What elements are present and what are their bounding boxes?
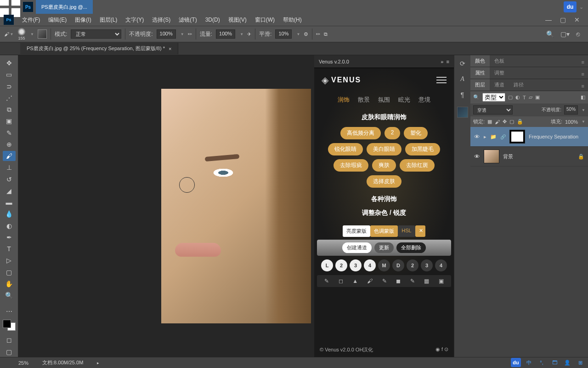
visibility-icon[interactable]: 👁 <box>474 153 480 160</box>
zoom-tool[interactable]: 🔍 <box>3 290 16 300</box>
venus-tab-retouch[interactable]: 润饰 <box>338 96 350 104</box>
smooth-value[interactable]: 10% <box>275 29 292 39</box>
panel-menu-icon[interactable]: ≡ <box>447 59 449 64</box>
tab-paths[interactable]: 路径 <box>509 79 528 91</box>
symmetry-icon[interactable]: ⧉ <box>324 31 328 37</box>
type-tool[interactable]: T <box>3 244 16 254</box>
blur-tool[interactable]: 💧 <box>3 209 16 219</box>
pressure-size-icon[interactable]: ✏ <box>316 31 320 37</box>
tray-du-icon[interactable]: du <box>511 358 521 367</box>
frame-tool[interactable]: ▣ <box>3 116 16 126</box>
dock-char-icon[interactable]: A <box>460 75 464 83</box>
venus-tab-glare[interactable]: 眩光 <box>398 96 410 104</box>
tool-preset-icon[interactable]: 🖌▼ <box>4 29 14 39</box>
visibility-icon[interactable]: 👁 <box>474 133 480 140</box>
mask-thumb[interactable] <box>509 130 525 144</box>
history-brush-tool[interactable]: ↺ <box>3 174 16 184</box>
lum-2[interactable]: 2 <box>335 259 347 271</box>
tab-tone-mask[interactable]: 色调蒙版 <box>370 225 398 237</box>
tab-close-icon[interactable]: × <box>169 46 171 52</box>
color-swatch[interactable] <box>3 320 16 331</box>
path-select-tool[interactable]: ▷ <box>3 255 16 265</box>
lock-nest-icon[interactable]: ▢ <box>509 119 514 125</box>
blend-mode-select[interactable]: 穿透 <box>473 105 513 115</box>
btn-2[interactable]: 2 <box>384 127 401 139</box>
tab-adjustments[interactable]: 调整 <box>490 67 509 79</box>
quickmask-icon[interactable]: ◻ <box>3 335 16 345</box>
layer-row-background[interactable]: 👁 背景 🔒 <box>470 147 588 167</box>
menu-type[interactable]: 文字(Y) <box>122 14 147 26</box>
screenmode-icon[interactable]: ▢ <box>3 347 16 357</box>
lock-brush-icon[interactable]: 🖌 <box>495 119 500 125</box>
tab-color[interactable]: 颜色 <box>470 55 490 67</box>
maximize-icon[interactable]: ▢ <box>560 16 566 23</box>
brush-tool[interactable]: 🖌 <box>3 151 16 161</box>
menu-select[interactable]: 选择(S) <box>148 14 174 26</box>
menu-filter[interactable]: 滤镜(T) <box>175 14 200 26</box>
tray-icon-3[interactable]: °, <box>537 358 547 367</box>
windows-start-icon[interactable] <box>0 0 20 14</box>
tray-icon-4[interactable]: 🗔 <box>549 358 560 367</box>
fill-value[interactable]: 100% <box>565 119 578 125</box>
tab-hsl[interactable]: HSL <box>398 225 415 237</box>
btn-liquify[interactable]: 塑化 <box>404 127 428 139</box>
airbrush-icon[interactable]: ✈ <box>247 31 251 37</box>
flow-value[interactable]: 100% <box>216 29 235 39</box>
tab-layers[interactable]: 图层 <box>470 79 490 91</box>
lock-pos-icon[interactable]: ✥ <box>503 119 507 125</box>
tray-icon-6[interactable]: ⊞ <box>575 358 585 367</box>
lock-all-icon[interactable]: 🔒 <box>517 119 523 125</box>
brush-preview[interactable]: 155 <box>17 28 26 40</box>
edit-toolbar-icon[interactable]: ⋯ <box>3 306 16 316</box>
btn-tone-skin[interactable]: 爽肤 <box>372 159 396 172</box>
title-tab[interactable]: PS磨皮美白.jpg @... <box>36 0 93 14</box>
eraser-tool[interactable]: ◢ <box>3 186 16 196</box>
pressure-opacity-icon[interactable]: ✏ <box>188 31 192 37</box>
filter-adjust-icon[interactable]: ◐ <box>515 94 520 100</box>
menu-edit[interactable]: 编辑(E) <box>45 14 70 26</box>
menu-file[interactable]: 文件(F) <box>18 14 44 26</box>
strip-icon-1[interactable]: ✎ <box>324 278 329 284</box>
layer-opacity-value[interactable]: 50% <box>564 105 578 115</box>
lum-d2[interactable]: 2 <box>407 259 418 271</box>
zoom-level[interactable]: 25% <box>18 360 28 366</box>
lum-d3[interactable]: 3 <box>421 259 433 271</box>
lum-D[interactable]: D <box>392 259 404 271</box>
strip-icon-7[interactable]: ✎ <box>410 278 415 284</box>
pen-tool[interactable]: ✒ <box>3 232 16 242</box>
panel-menu-icon[interactable]: ≡ <box>578 69 588 79</box>
btn-update[interactable]: 更新 <box>374 242 394 253</box>
menu-image[interactable]: 图像(I) <box>71 14 95 26</box>
stamp-tool[interactable]: ⊥ <box>3 162 16 172</box>
panel-menu-icon[interactable]: ≡ <box>578 81 588 91</box>
tab-channels[interactable]: 通道 <box>490 79 509 91</box>
strip-icon-2[interactable]: ◻ <box>339 278 343 284</box>
marquee-tool[interactable]: ▭ <box>3 69 16 80</box>
dodge-tool[interactable]: ◐ <box>3 221 16 231</box>
menu-help[interactable]: 帮助(H) <box>279 14 305 26</box>
btn-remove-redness[interactable]: 去除红斑 <box>400 159 435 172</box>
hand-tool[interactable]: ✋ <box>3 279 16 289</box>
chevron-down-icon[interactable]: ⌄ <box>579 4 583 10</box>
crop-tool[interactable]: ⧉ <box>3 104 16 115</box>
document-tab[interactable]: PS磨皮美白.jpg @ 25% (Frequency Separation, … <box>20 43 178 54</box>
btn-remove-blemish[interactable]: 去除瑕疵 <box>334 159 368 172</box>
dock-para-icon[interactable]: ¶ <box>461 91 464 98</box>
lum-L[interactable]: L <box>321 259 333 271</box>
btn-sharpen-eyes[interactable]: 锐化眼睛 <box>328 143 363 155</box>
btn-whiten-eyes[interactable]: 美白眼睛 <box>367 143 401 155</box>
lasso-tool[interactable]: ⊃ <box>3 81 16 92</box>
mode-select[interactable]: 正常 <box>71 29 121 39</box>
layer-row-freqsep[interactable]: 👁 ▸ 📁 🔗 Frequency Separation <box>470 127 588 147</box>
filter-type-icon[interactable]: T <box>523 95 526 100</box>
menu-view[interactable]: 视图(V) <box>225 14 250 26</box>
filter-search-icon[interactable]: 🔍 <box>473 94 480 100</box>
eyedropper-tool[interactable]: ✎ <box>3 128 16 138</box>
strip-icon-8[interactable]: ▦ <box>424 278 429 284</box>
panel-collapse-icon[interactable]: » <box>441 59 443 64</box>
menu-window[interactable]: 窗口(W) <box>251 14 278 26</box>
strip-icon-5[interactable]: ✎ <box>382 278 387 284</box>
group-expand-icon[interactable]: ▸ <box>484 134 486 140</box>
tab-properties[interactable]: 属性 <box>470 67 490 79</box>
minimize-icon[interactable]: — <box>545 16 552 23</box>
